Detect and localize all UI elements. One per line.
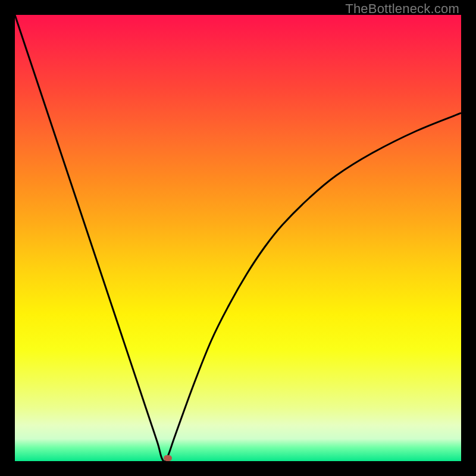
- watermark-text: TheBottleneck.com: [345, 1, 459, 17]
- gradient-plot-area: [15, 15, 461, 461]
- optimal-point-marker: [164, 455, 172, 461]
- chart-frame: TheBottleneck.com: [0, 0, 476, 476]
